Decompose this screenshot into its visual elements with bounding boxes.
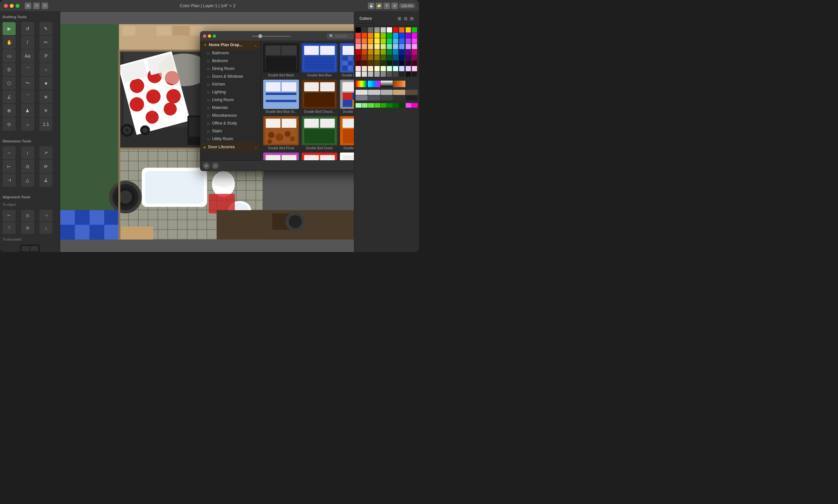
list-item[interactable]: Double Bed Orange: [340, 116, 354, 150]
color-swatch[interactable]: [412, 38, 417, 43]
angle-tool[interactable]: ∠: [3, 90, 16, 103]
list-item[interactable]: Double Bed Red: [302, 152, 337, 160]
color-swatch[interactable]: [412, 44, 417, 49]
search-input[interactable]: [335, 34, 354, 38]
color-swatch[interactable]: [380, 55, 386, 60]
list-item[interactable]: Double Bed Blue St...: [263, 80, 299, 113]
green-lt-2[interactable]: [362, 103, 368, 108]
color-swatch[interactable]: [380, 27, 386, 33]
color-swatch[interactable]: [374, 66, 380, 71]
color-swatch[interactable]: [406, 33, 411, 38]
panel-minimize[interactable]: [208, 34, 211, 38]
zoom-control[interactable]: 120.0%: [399, 3, 415, 8]
gold-swatch[interactable]: [393, 90, 405, 95]
color-swatch[interactable]: [406, 50, 411, 55]
metallic-swatch-2[interactable]: [368, 90, 380, 95]
color-swatch[interactable]: [380, 60, 386, 66]
panel-layers-icon[interactable]: ⧉: [404, 16, 407, 21]
metallic-swatch-1[interactable]: [356, 90, 368, 95]
color-swatch[interactable]: [412, 60, 417, 66]
color-swatch[interactable]: [362, 72, 367, 77]
color-swatch[interactable]: [406, 72, 411, 77]
color-swatch[interactable]: [368, 38, 373, 43]
green-dk-3[interactable]: [393, 103, 399, 108]
folder-icon[interactable]: 📁: [376, 3, 382, 9]
sidebar-toggle-icon[interactable]: ⊞: [25, 3, 31, 9]
sidebar-item-materials[interactable]: ▷ Materials: [200, 104, 260, 111]
color-swatch[interactable]: [368, 44, 373, 49]
path-tool[interactable]: P: [39, 50, 52, 62]
pan-tool[interactable]: ✋: [3, 36, 16, 49]
grid-icon[interactable]: ⊞: [391, 3, 398, 9]
undo-tool[interactable]: ↺: [21, 22, 34, 35]
dim-tool[interactable]: D: [3, 63, 16, 76]
color-swatch[interactable]: [380, 33, 386, 38]
cool-swatch[interactable]: [368, 80, 380, 87]
color-swatch[interactable]: [362, 27, 367, 33]
list-item[interactable]: Double Bed Black: [263, 43, 299, 77]
color-swatch[interactable]: [356, 44, 361, 49]
color-swatch[interactable]: [399, 44, 404, 49]
close-tool[interactable]: ✕: [39, 104, 52, 117]
color-swatch[interactable]: [362, 38, 367, 43]
lib-group-home-plan[interactable]: ▼ Home Plan Grap... ⌄: [200, 41, 260, 49]
radius-tool[interactable]: ⊙: [21, 160, 34, 173]
rotate-tool[interactable]: ⟳: [39, 160, 52, 173]
color-swatch[interactable]: [406, 60, 411, 66]
cut-tool[interactable]: ✂: [39, 36, 52, 49]
color-swatch[interactable]: [399, 50, 404, 55]
color-swatch[interactable]: [380, 66, 386, 71]
color-swatch[interactable]: [356, 50, 361, 55]
green-lt-3[interactable]: [368, 103, 374, 108]
color-swatch[interactable]: [374, 44, 380, 49]
sidebar-item-living-room[interactable]: ▷ Living Room: [200, 96, 260, 104]
color-swatch[interactable]: [399, 72, 404, 77]
list-item[interactable]: Double Bed Blue Sq...: [340, 43, 354, 77]
color-swatch[interactable]: [393, 33, 398, 38]
maximize-button[interactable]: [16, 4, 19, 8]
color-swatch[interactable]: [406, 66, 411, 71]
color-swatch[interactable]: [412, 66, 417, 71]
color-swatch[interactable]: [406, 55, 411, 60]
align-bottom[interactable]: ⊥: [39, 222, 52, 234]
align-center-h[interactable]: ⊟: [21, 210, 34, 221]
metallic-swatch-3[interactable]: [380, 90, 393, 95]
color-swatch[interactable]: [368, 66, 373, 71]
text-tool[interactable]: Aa: [21, 50, 34, 62]
star-tool[interactable]: ★: [39, 77, 52, 90]
canvas-area[interactable]: 🔍 ▼ Home Plan Grap... ⌄: [60, 12, 354, 252]
angle-dim-tool[interactable]: ↗: [39, 146, 52, 159]
close-button[interactable]: [4, 4, 8, 8]
color-swatch[interactable]: [362, 44, 367, 49]
color-swatch[interactable]: [406, 44, 411, 49]
color-swatch[interactable]: [387, 50, 392, 55]
panel-settings-icon[interactable]: ⊞: [397, 16, 402, 21]
curve-tool[interactable]: ⌒: [21, 90, 34, 103]
triangle-tool[interactable]: △: [21, 174, 34, 187]
color-swatch[interactable]: [374, 27, 380, 33]
color-swatch[interactable]: [380, 44, 386, 49]
list-item[interactable]: Double Bed Floral: [263, 116, 299, 150]
color-swatch[interactable]: [406, 38, 411, 43]
color-swatch[interactable]: [387, 55, 392, 60]
noise-tool[interactable]: ≋: [39, 90, 52, 103]
color-swatch[interactable]: [387, 66, 392, 71]
color-swatch[interactable]: [393, 72, 398, 77]
person-tool[interactable]: ♟: [21, 104, 34, 117]
color-swatch[interactable]: [399, 33, 404, 38]
sidebar-item-bedroom[interactable]: ▷ Bedroom: [200, 57, 260, 65]
arc-tool[interactable]: ⌒: [21, 63, 34, 76]
color-swatch[interactable]: [393, 27, 398, 33]
dark-swatch[interactable]: [380, 95, 393, 101]
circle-tool[interactable]: ○: [39, 63, 52, 76]
pen-tool[interactable]: ✎: [39, 22, 52, 35]
color-swatch[interactable]: [356, 38, 361, 43]
color-swatch[interactable]: [387, 33, 392, 38]
horiz-dim-tool[interactable]: ↔: [3, 146, 16, 159]
green-dk-1[interactable]: [380, 103, 387, 108]
export-icon[interactable]: ⬆: [384, 3, 390, 9]
color-swatch[interactable]: [374, 38, 380, 43]
align-left[interactable]: ⊢: [3, 210, 16, 221]
undo-icon[interactable]: ↺: [33, 3, 40, 9]
panel-close[interactable]: [203, 34, 206, 38]
